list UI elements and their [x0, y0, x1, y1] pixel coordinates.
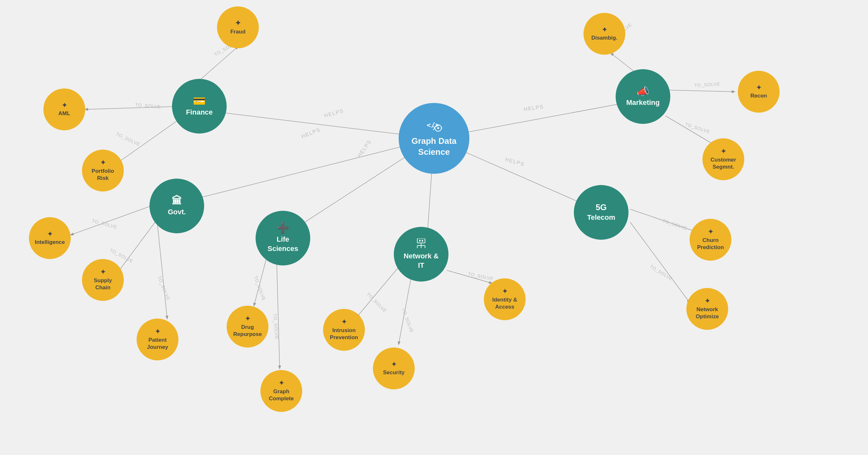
svg-text:TO_SOLVE: TO_SOLVE [272, 313, 280, 340]
svg-text:HELPS: HELPS [523, 104, 544, 112]
telecom-icon: 5G [596, 203, 607, 211]
industry-govt[interactable]: 🏛 Govt. [150, 178, 204, 233]
svg-line-21 [665, 116, 717, 146]
svg-line-20 [669, 90, 735, 92]
supplychain-icon: ✦ [100, 269, 106, 275]
usecase-identity-access[interactable]: ✦ Identity &Access [484, 278, 526, 320]
svg-line-14 [357, 267, 399, 317]
svg-line-8 [199, 47, 238, 81]
center-node[interactable]: </> Graph Data Science [399, 103, 469, 174]
svg-text:TO_SOLVE: TO_SOLVE [135, 102, 161, 109]
canvas: HELPS HELPS HELPS HELPS HELPS HELPS TO_S… [0, 0, 868, 455]
churnpred-label: ChurnPrediction [697, 237, 724, 251]
intrusion-label: IntrusionPrevention [330, 327, 358, 341]
usecase-fraud[interactable]: ✦ Fraud [217, 6, 259, 48]
svg-text:TO_SOLVE: TO_SOLVE [401, 308, 415, 334]
svg-line-16 [447, 270, 492, 283]
usecase-network-optimize[interactable]: ✦ NetworkOptimize [686, 288, 728, 330]
svg-line-11 [157, 225, 167, 318]
svg-text:HELPS: HELPS [301, 127, 321, 139]
svg-line-7 [116, 114, 186, 164]
patientjourney-icon: ✦ [155, 328, 160, 335]
networkopt-icon: ✦ [705, 297, 710, 304]
industry-network-it[interactable]: Network &IT [394, 227, 448, 282]
usecase-supply-chain[interactable]: ✦ SupplyChain [82, 259, 124, 301]
svg-line-6 [85, 106, 186, 109]
usecase-graph-complete[interactable]: ✦ GraphComplete [260, 370, 302, 412]
usecase-disambig[interactable]: ✦ Disambig. [584, 13, 625, 55]
industry-finance[interactable]: 💳 Finance [172, 79, 227, 134]
usecase-portfolio-risk[interactable]: ✦ PortfolioRisk [82, 150, 124, 192]
svg-text:TO_SOLVE: TO_SOLVE [91, 218, 118, 229]
finance-icon: 💳 [193, 96, 206, 106]
svg-line-17 [630, 209, 696, 232]
usecase-drug-repurpose[interactable]: ✦ DrugRepurpose [227, 306, 269, 347]
portfolio-icon: ✦ [100, 159, 106, 166]
customerseg-label: CustomerSegmnt. [711, 157, 736, 171]
fraud-label: Fraud [230, 29, 245, 35]
marketing-icon: 📣 [637, 86, 649, 96]
aml-icon: ✦ [62, 102, 67, 109]
svg-line-15 [399, 275, 411, 344]
recon-icon: ✦ [756, 84, 762, 91]
usecase-security[interactable]: ✦ Security [373, 347, 415, 389]
drugrepurpose-label: DrugRepurpose [234, 324, 262, 338]
usecase-intelligence[interactable]: ✦ Intelligence [29, 217, 71, 259]
center-label: Graph Data Science [399, 136, 469, 158]
usecase-recon[interactable]: ✦ Recon [738, 71, 780, 113]
svg-point-46 [437, 127, 439, 129]
disambig-icon: ✦ [602, 26, 607, 33]
identityaccess-label: Identity &Access [492, 296, 517, 311]
customerseg-icon: ✦ [721, 148, 726, 154]
aml-label: AML [59, 110, 70, 117]
svg-text:TO_SOLVE: TO_SOLVE [366, 291, 388, 313]
churnpred-icon: ✦ [708, 228, 713, 235]
svg-text:TO_SOLVE: TO_SOLVE [662, 218, 688, 231]
fraud-icon: ✦ [235, 20, 241, 27]
usecase-customer-segmnt[interactable]: ✦ CustomerSegmnt. [703, 138, 744, 180]
usecase-patient-journey[interactable]: ✦ PatientJourney [136, 318, 179, 361]
svg-text:HELPS: HELPS [356, 139, 373, 158]
svg-line-13 [277, 254, 280, 368]
usecase-intrusion-prevention[interactable]: ✦ IntrusionPrevention [323, 309, 365, 351]
industry-telecom[interactable]: 5G Telecom [574, 185, 628, 240]
svg-text:TO_SOLVE: TO_SOLVE [116, 131, 141, 147]
drugrepurpose-icon: ✦ [245, 315, 250, 322]
disambig-label: Disambig. [591, 35, 617, 41]
svg-text:HELPS: HELPS [504, 157, 525, 167]
svg-rect-53 [422, 240, 423, 241]
intrusion-icon: ✦ [341, 318, 347, 325]
telecom-label: Telecom [587, 214, 615, 222]
svg-text:TO_SOLVE: TO_SOLVE [649, 263, 674, 282]
svg-line-18 [630, 222, 689, 303]
svg-line-10 [116, 219, 157, 275]
networkopt-label: NetworkOptimize [696, 306, 719, 320]
connections-svg: HELPS HELPS HELPS HELPS HELPS HELPS TO_S… [0, 0, 868, 455]
usecase-aml[interactable]: ✦ AML [43, 88, 85, 130]
graphcomplete-icon: ✦ [279, 380, 284, 386]
industry-marketing[interactable]: 📣 Marketing [616, 69, 670, 124]
svg-text:TO_SOLVE: TO_SOLVE [467, 271, 494, 281]
marketing-label: Marketing [626, 98, 660, 107]
recon-label: Recon [750, 93, 767, 99]
intelligence-icon: ✦ [47, 231, 53, 237]
svg-text:TO_SOLVE: TO_SOLVE [694, 81, 720, 88]
svg-text:TO_SOLVE: TO_SOLVE [253, 276, 267, 302]
usecase-churn-prediction[interactable]: ✦ ChurnPrediction [689, 219, 732, 261]
svg-text:TO_SOLVE: TO_SOLVE [157, 275, 171, 301]
security-label: Security [383, 369, 404, 376]
finance-label: Finance [186, 108, 213, 116]
supplychain-label: SupplyChain [94, 277, 112, 291]
industry-lifesciences[interactable]: ➕ LifeSciences [255, 211, 310, 265]
svg-line-1 [186, 138, 434, 201]
svg-text:TO_SOLVE: TO_SOLVE [684, 122, 711, 135]
center-icon: </> [426, 119, 442, 134]
patientjourney-label: PatientJourney [147, 337, 168, 351]
intelligence-label: Intelligence [35, 239, 65, 246]
govt-icon: 🏛 [172, 196, 182, 206]
security-icon: ✦ [391, 361, 397, 368]
svg-line-19 [611, 53, 633, 71]
svg-rect-51 [417, 238, 425, 243]
lifesci-label: LifeSciences [268, 235, 298, 253]
govt-label: Govt. [168, 208, 186, 216]
